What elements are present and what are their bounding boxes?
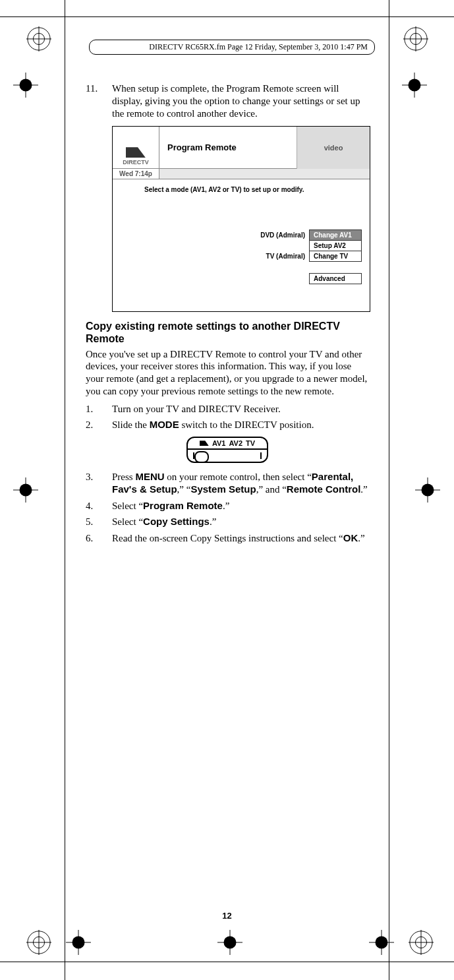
step-3: 3. Press MENU on your remote control, th… <box>86 471 369 496</box>
step-number: 1. <box>86 403 112 415</box>
step-11: 11. When setup is complete, the Program … <box>86 82 369 119</box>
registration-mark-icon <box>415 477 440 503</box>
registration-mark-icon <box>369 930 394 955</box>
registration-mark-icon <box>13 477 38 503</box>
step-number: 11. <box>86 82 112 119</box>
directv-logo: DIRECTV <box>113 127 159 169</box>
step-text: When setup is complete, the Program Remo… <box>112 82 369 119</box>
time-cell: Wed 7:14p <box>113 169 159 179</box>
registration-mark-icon <box>13 73 38 98</box>
time-row: Wed 7:14p <box>113 169 370 179</box>
step-number: 5. <box>86 516 112 528</box>
step-text: Turn on your TV and DIRECTV Receiver. <box>112 403 369 415</box>
step-number: 4. <box>86 500 112 512</box>
step-number: 3. <box>86 471 112 496</box>
step-text: Read the on-screen Copy Settings instruc… <box>112 532 369 545</box>
step-4: 4. Select “Program Remote.” <box>86 500 369 512</box>
advanced-button[interactable]: Advanced <box>309 273 362 284</box>
slider-knob <box>194 451 209 463</box>
step-6: 6. Read the on-screen Copy Settings inst… <box>86 532 369 545</box>
change-tv-button[interactable]: Change TV <box>309 251 362 262</box>
mode-switch-figure: AV1 AV2 TV <box>86 437 369 463</box>
directv-logo-icon <box>126 147 146 158</box>
step-text: Press MENU on your remote control, then … <box>112 471 369 496</box>
instruction-text: Select a mode (AV1, AV2 or TV) to set up… <box>144 186 362 193</box>
screenshot-title: Program Remote <box>159 127 297 169</box>
av1-label: AV1 <box>212 439 226 447</box>
step-text: Select “Copy Settings.” <box>112 516 369 528</box>
logo-text: DIRECTV <box>123 159 149 166</box>
crop-line <box>389 0 389 980</box>
directv-icon <box>200 441 209 446</box>
section-heading: Copy existing remote settings to another… <box>86 320 369 345</box>
crop-line <box>0 962 454 962</box>
step-5: 5. Select “Copy Settings.” <box>86 516 369 528</box>
step-number: 6. <box>86 532 112 545</box>
time-bar <box>159 169 370 179</box>
registration-mark-icon <box>402 73 427 98</box>
mode-switch-diagram: AV1 AV2 TV <box>186 437 268 463</box>
registration-mark-icon <box>403 26 428 51</box>
mode-word: MODE <box>150 419 179 430</box>
header-text: DIRECTV RC65RX.fm Page 12 Friday, Septem… <box>149 42 368 52</box>
change-av1-button[interactable]: Change AV1 <box>309 230 362 241</box>
registration-mark-icon <box>66 930 91 955</box>
crop-line <box>65 0 65 980</box>
page-header: DIRECTV RC65RX.fm Page 12 Friday, Septem… <box>89 40 375 55</box>
step-text: Slide the MODE switch to the DIRECTV pos… <box>112 419 369 431</box>
registration-mark-icon <box>409 930 434 955</box>
registration-mark-icon <box>217 930 242 955</box>
registration-mark-icon <box>26 930 51 955</box>
video-preview: video <box>297 127 370 169</box>
tv-label: TV <box>246 439 255 447</box>
setup-av2-button[interactable]: Setup AV2 <box>309 240 362 251</box>
step-number: 2. <box>86 419 112 431</box>
crop-line <box>0 16 454 17</box>
step-2: 2. Slide the MODE switch to the DIRECTV … <box>86 419 369 431</box>
screenshot-header: DIRECTV Program Remote video <box>113 127 370 169</box>
tv-label: TV (Admiral) <box>266 253 305 260</box>
av2-label: AV2 <box>229 439 242 447</box>
step-text: Select “Program Remote.” <box>112 500 369 512</box>
step-1: 1. Turn on your TV and DIRECTV Receiver. <box>86 403 369 415</box>
page-content: 11. When setup is complete, the Program … <box>86 82 369 549</box>
dvd-label: DVD (Admiral) <box>260 231 305 239</box>
registration-mark-icon <box>26 26 51 51</box>
page-number: 12 <box>0 911 454 921</box>
intro-paragraph: Once you've set up a DIRECTV Remote to c… <box>86 348 369 398</box>
screenshot-body: Select a mode (AV1, AV2 or TV) to set up… <box>113 179 370 311</box>
program-remote-screenshot: DIRECTV Program Remote video Wed 7:14p S… <box>112 126 370 312</box>
